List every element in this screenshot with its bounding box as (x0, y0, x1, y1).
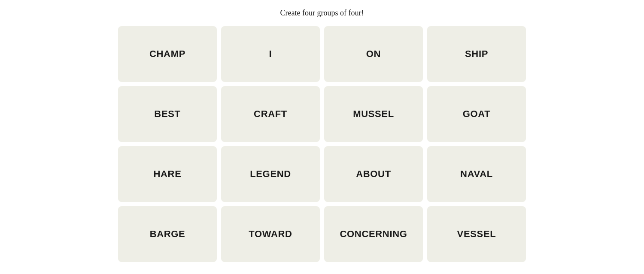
tile-toward[interactable]: TOWARD (221, 206, 320, 262)
tile-barge[interactable]: BARGE (118, 206, 217, 262)
tile-naval[interactable]: NAVAL (427, 146, 526, 202)
game-subtitle: Create four groups of four! (280, 9, 364, 18)
tile-vessel[interactable]: VESSEL (427, 206, 526, 262)
tile-label-hare: HARE (154, 169, 182, 180)
tile-label-goat: GOAT (463, 108, 491, 120)
tile-label-i: I (269, 48, 272, 60)
tile-label-on: ON (366, 48, 381, 60)
tile-champ[interactable]: CHAMP (118, 26, 217, 82)
tile-best[interactable]: BEST (118, 86, 217, 142)
tile-craft[interactable]: CRAFT (221, 86, 320, 142)
tile-label-best: BEST (154, 108, 180, 120)
tile-label-legend: LEGEND (250, 169, 291, 180)
tile-legend[interactable]: LEGEND (221, 146, 320, 202)
tile-on[interactable]: ON (324, 26, 423, 82)
tile-label-ship: SHIP (465, 48, 488, 60)
tile-concerning[interactable]: CONCERNING (324, 206, 423, 262)
tile-label-craft: CRAFT (254, 108, 287, 120)
tile-label-vessel: VESSEL (457, 229, 496, 240)
tile-i[interactable]: I (221, 26, 320, 82)
tile-label-concerning: CONCERNING (340, 229, 407, 240)
tile-mussel[interactable]: MUSSEL (324, 86, 423, 142)
tile-label-toward: TOWARD (249, 229, 292, 240)
tile-ship[interactable]: SHIP (427, 26, 526, 82)
tile-label-naval: NAVAL (460, 169, 493, 180)
word-grid: CHAMPIONSHIPBESTCRAFTMUSSELGOATHARELEGEN… (118, 26, 526, 262)
tile-label-champ: CHAMP (149, 48, 185, 60)
tile-about[interactable]: ABOUT (324, 146, 423, 202)
tile-hare[interactable]: HARE (118, 146, 217, 202)
tile-label-about: ABOUT (356, 169, 391, 180)
tile-label-barge: BARGE (150, 229, 185, 240)
tile-goat[interactable]: GOAT (427, 86, 526, 142)
tile-label-mussel: MUSSEL (353, 108, 394, 120)
